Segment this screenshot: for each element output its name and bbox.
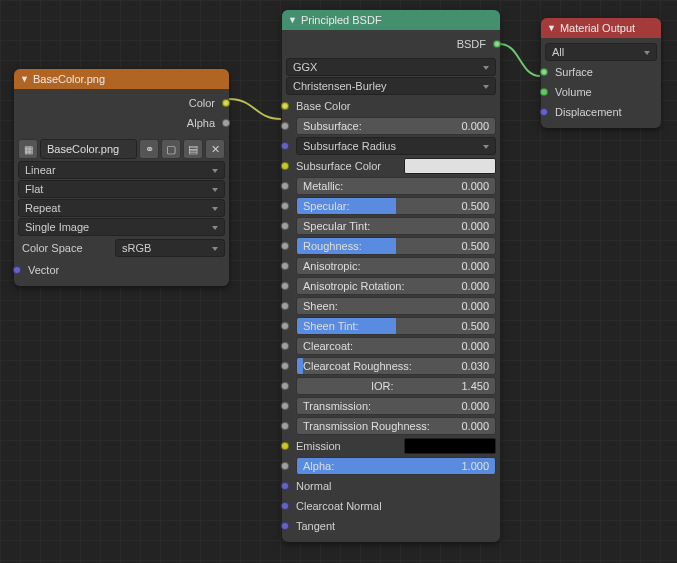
material-output-node[interactable]: ▼ Material Output All SurfaceVolumeDispl…: [541, 18, 661, 128]
projection-dropdown[interactable]: Flat: [18, 180, 225, 198]
value-slider[interactable]: Anisotropic:0.000: [296, 257, 496, 275]
socket-in[interactable]: [281, 382, 289, 390]
value-slider[interactable]: Transmission:0.000: [296, 397, 496, 415]
prop-label: Roughness:: [303, 240, 461, 252]
basecolor-label: Base Color: [286, 100, 496, 112]
prop-value: 0.030: [461, 360, 489, 372]
image-browse-icon[interactable]: ▦: [18, 139, 38, 159]
value-slider[interactable]: Alpha:1.000: [296, 457, 496, 475]
value-slider[interactable]: Sheen:0.000: [296, 297, 496, 315]
socket-color-out[interactable]: [222, 99, 230, 107]
socket-in[interactable]: [281, 222, 289, 230]
prop-label: Subsurface:: [303, 120, 461, 132]
value-slider[interactable]: Transmission Roughness:0.000: [296, 417, 496, 435]
prop-label: Alpha:: [303, 460, 461, 472]
socket-in[interactable]: [540, 68, 548, 76]
socket-in[interactable]: [281, 182, 289, 190]
prop-label: Specular:: [303, 200, 461, 212]
collapse-icon[interactable]: ▼: [547, 23, 556, 33]
value-slider[interactable]: IOR:1.450: [296, 377, 496, 395]
prop-value: 0.000: [461, 180, 489, 192]
socket-in[interactable]: [281, 342, 289, 350]
socket-in[interactable]: [281, 422, 289, 430]
collapse-icon[interactable]: ▼: [288, 15, 297, 25]
value-slider[interactable]: Specular:0.500: [296, 197, 496, 215]
target-dropdown[interactable]: All: [545, 43, 657, 61]
socket-alpha-out[interactable]: [222, 119, 230, 127]
prop-label: Transmission Roughness:: [303, 420, 461, 432]
prop-label: Specular Tint:: [303, 220, 461, 232]
extension-dropdown[interactable]: Repeat: [18, 199, 225, 217]
sss-method-dropdown[interactable]: Christensen-Burley: [286, 77, 496, 95]
prop-value: 0.000: [461, 280, 489, 292]
value-slider[interactable]: Clearcoat:0.000: [296, 337, 496, 355]
value-slider[interactable]: Specular Tint:0.000: [296, 217, 496, 235]
node-header[interactable]: ▼ Principled BSDF: [282, 10, 500, 30]
socket-in[interactable]: [281, 142, 289, 150]
vector-input-label: Vector: [18, 264, 225, 276]
fake-user-icon[interactable]: ⚭: [139, 139, 159, 159]
node-title: Material Output: [560, 22, 635, 34]
collapse-icon[interactable]: ▼: [20, 74, 29, 84]
principled-bsdf-node[interactable]: ▼ Principled BSDF BSDF GGX Christensen-B…: [282, 10, 500, 542]
socket-in[interactable]: [281, 322, 289, 330]
value-slider[interactable]: Subsurface:0.000: [296, 117, 496, 135]
prop-value: 1.450: [461, 380, 489, 392]
prop-dropdown[interactable]: Subsurface Radius: [296, 137, 496, 155]
socket-in[interactable]: [281, 282, 289, 290]
value-slider[interactable]: Roughness:0.500: [296, 237, 496, 255]
socket-in[interactable]: [281, 202, 289, 210]
prop-value: 0.000: [461, 340, 489, 352]
color-swatch[interactable]: [404, 158, 496, 174]
input-label: Surface: [545, 66, 657, 78]
image-texture-node[interactable]: ▼ BaseColor.png Color Alpha ▦ BaseColor.…: [14, 69, 229, 286]
socket-in[interactable]: [281, 502, 289, 510]
socket-in[interactable]: [281, 122, 289, 130]
unlink-icon[interactable]: ✕: [205, 139, 225, 159]
prop-value: 0.000: [461, 120, 489, 132]
prop-value: 0.000: [461, 260, 489, 272]
prop-value: 1.000: [461, 460, 489, 472]
socket-in[interactable]: [281, 262, 289, 270]
prop-label: IOR:: [303, 380, 461, 392]
interpolation-dropdown[interactable]: Linear: [18, 161, 225, 179]
socket-in[interactable]: [281, 442, 289, 450]
input-label: Displacement: [545, 106, 657, 118]
socket-in[interactable]: [281, 462, 289, 470]
socket-in[interactable]: [281, 402, 289, 410]
socket-in[interactable]: [281, 242, 289, 250]
prop-value: 0.000: [461, 300, 489, 312]
color-swatch[interactable]: [404, 438, 496, 454]
socket-basecolor-in[interactable]: [281, 102, 289, 110]
prop-label: Clearcoat Roughness:: [303, 360, 461, 372]
value-slider[interactable]: Metallic:0.000: [296, 177, 496, 195]
socket-in[interactable]: [281, 522, 289, 530]
image-name-field[interactable]: BaseColor.png: [40, 139, 137, 159]
node-header[interactable]: ▼ BaseColor.png: [14, 69, 229, 89]
value-slider[interactable]: Clearcoat Roughness:0.030: [296, 357, 496, 375]
prop-value: 0.000: [461, 400, 489, 412]
socket-bsdf-out[interactable]: [493, 40, 501, 48]
colorspace-dropdown[interactable]: sRGB: [115, 239, 225, 257]
socket-in[interactable]: [281, 302, 289, 310]
node-header[interactable]: ▼ Material Output: [541, 18, 661, 38]
socket-in[interactable]: [281, 362, 289, 370]
socket-in[interactable]: [540, 108, 548, 116]
input-label: Tangent: [286, 520, 496, 532]
output-alpha-label: Alpha: [18, 117, 225, 129]
socket-in[interactable]: [540, 88, 548, 96]
source-dropdown[interactable]: Single Image: [18, 218, 225, 236]
prop-label: Anisotropic:: [303, 260, 461, 272]
prop-label: Sheen Tint:: [303, 320, 461, 332]
value-slider[interactable]: Sheen Tint:0.500: [296, 317, 496, 335]
node-title: Principled BSDF: [301, 14, 382, 26]
socket-in[interactable]: [281, 482, 289, 490]
distribution-dropdown[interactable]: GGX: [286, 58, 496, 76]
value-slider[interactable]: Anisotropic Rotation:0.000: [296, 277, 496, 295]
open-image-icon[interactable]: ▤: [183, 139, 203, 159]
socket-vector-in[interactable]: [13, 266, 21, 274]
new-image-icon[interactable]: ▢: [161, 139, 181, 159]
prop-label: Clearcoat:: [303, 340, 461, 352]
prop-label: Anisotropic Rotation:: [303, 280, 461, 292]
socket-in[interactable]: [281, 162, 289, 170]
